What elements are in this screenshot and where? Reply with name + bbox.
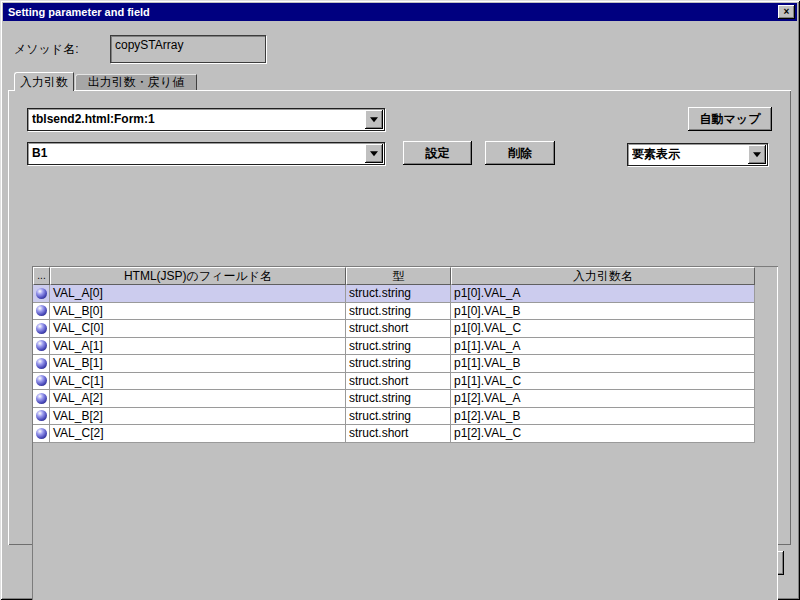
table-row[interactable]: VAL_B[2] struct.string p1[2].VAL_B xyxy=(33,408,755,426)
parameter-sphere-icon xyxy=(36,393,47,404)
cell-arg-name: p1[1].VAL_A xyxy=(451,338,755,355)
row-icon-cell xyxy=(33,390,50,407)
display-mode-combo-value: 要素表示 xyxy=(632,144,745,165)
parameter-sphere-icon xyxy=(36,288,47,299)
cell-arg-name: p1[2].VAL_C xyxy=(451,425,755,442)
display-mode-combo[interactable]: 要素表示 xyxy=(627,143,768,166)
close-icon: × xyxy=(784,6,790,17)
dialog-window: Setting parameter and field × メソッド名: cop… xyxy=(0,0,800,600)
window-title: Setting parameter and field xyxy=(8,6,150,18)
cell-field-name: VAL_B[1] xyxy=(50,355,346,372)
cell-field-name: VAL_C[0] xyxy=(50,320,346,337)
field-combo[interactable]: B1 xyxy=(27,142,385,165)
table-row[interactable]: VAL_C[2] struct.short p1[2].VAL_C xyxy=(33,425,755,443)
parameter-sphere-icon xyxy=(36,323,47,334)
parameter-sphere-icon xyxy=(36,375,47,386)
cell-type: struct.short xyxy=(346,425,451,442)
mapping-table: ... HTML(JSP)のフィールド名 型 入力引数名 VAL_A[0] st… xyxy=(33,267,755,443)
cell-field-name: VAL_B[0] xyxy=(50,303,346,320)
parameter-sphere-icon xyxy=(36,358,47,369)
cell-type: struct.string xyxy=(346,355,451,372)
table-header-row: ... HTML(JSP)のフィールド名 型 入力引数名 xyxy=(33,267,755,285)
form-combo-value: tblsend2.html:Form:1 xyxy=(32,109,362,130)
parameter-sphere-icon xyxy=(36,410,47,421)
auto-map-button[interactable]: 自動マップ xyxy=(688,107,772,131)
cell-field-name: VAL_A[1] xyxy=(50,338,346,355)
input-args-tab-panel: tblsend2.html:Form:1 自動マップ B1 設定 削除 要素表示 xyxy=(8,90,791,545)
cell-arg-name: p1[1].VAL_B xyxy=(451,355,755,372)
tab-output-args[interactable]: 出力引数・戻り値 xyxy=(75,74,197,90)
method-name-field[interactable]: copySTArray xyxy=(110,35,266,63)
parameter-sphere-icon xyxy=(36,305,47,316)
table-row[interactable]: VAL_A[2] struct.string p1[2].VAL_A xyxy=(33,390,755,408)
table-row[interactable]: VAL_A[1] struct.string p1[1].VAL_A xyxy=(33,338,755,356)
cell-type: struct.short xyxy=(346,373,451,390)
title-bar: Setting parameter and field × xyxy=(3,3,797,21)
cell-field-name: VAL_C[2] xyxy=(50,425,346,442)
close-button[interactable]: × xyxy=(778,5,795,19)
row-icon-cell xyxy=(33,338,50,355)
delete-button[interactable]: 削除 xyxy=(485,141,555,165)
table-row[interactable]: VAL_A[0] struct.string p1[0].VAL_A xyxy=(33,285,755,303)
cell-type: struct.string xyxy=(346,338,451,355)
parameter-sphere-icon xyxy=(36,428,47,439)
cell-arg-name: p1[2].VAL_A xyxy=(451,390,755,407)
column-header-arg-name: 入力引数名 xyxy=(451,267,755,285)
cell-field-name: VAL_B[2] xyxy=(50,408,346,425)
field-combo-value: B1 xyxy=(32,143,362,164)
cell-field-name: VAL_C[1] xyxy=(50,373,346,390)
table-row[interactable]: VAL_B[1] struct.string p1[1].VAL_B xyxy=(33,355,755,373)
form-combo-arrow-button[interactable] xyxy=(365,110,383,129)
row-icon-cell xyxy=(33,373,50,390)
cell-arg-name: p1[2].VAL_B xyxy=(451,408,755,425)
set-button[interactable]: 設定 xyxy=(403,141,472,165)
row-icon-cell xyxy=(33,425,50,442)
table-body: VAL_A[0] struct.string p1[0].VAL_A VAL_B… xyxy=(33,285,755,443)
row-icon-cell xyxy=(33,408,50,425)
form-combo[interactable]: tblsend2.html:Form:1 xyxy=(27,108,385,131)
cell-field-name: VAL_A[0] xyxy=(50,285,346,302)
cell-arg-name: p1[0].VAL_B xyxy=(451,303,755,320)
cell-field-name: VAL_A[2] xyxy=(50,390,346,407)
cell-type: struct.string xyxy=(346,390,451,407)
column-header-icon: ... xyxy=(33,267,50,285)
cell-arg-name: p1[0].VAL_C xyxy=(451,320,755,337)
row-icon-cell xyxy=(33,355,50,372)
display-mode-combo-arrow-button[interactable] xyxy=(748,145,766,164)
cell-type: struct.string xyxy=(346,303,451,320)
column-header-field-name: HTML(JSP)のフィールド名 xyxy=(50,267,346,285)
cell-arg-name: p1[0].VAL_A xyxy=(451,285,755,302)
cell-type: struct.string xyxy=(346,408,451,425)
mapping-table-scrollpane: ... HTML(JSP)のフィールド名 型 入力引数名 VAL_A[0] st… xyxy=(32,266,778,600)
chevron-down-icon xyxy=(370,151,378,156)
cell-type: struct.string xyxy=(346,285,451,302)
method-name-label: メソッド名: xyxy=(14,41,78,58)
chevron-down-icon xyxy=(370,117,378,122)
parameter-sphere-icon xyxy=(36,340,47,351)
cell-type: struct.short xyxy=(346,320,451,337)
cell-arg-name: p1[1].VAL_C xyxy=(451,373,755,390)
row-icon-cell xyxy=(33,320,50,337)
tab-input-args[interactable]: 入力引数 xyxy=(14,72,74,91)
row-icon-cell xyxy=(33,303,50,320)
column-header-type: 型 xyxy=(346,267,451,285)
table-row[interactable]: VAL_B[0] struct.string p1[0].VAL_B xyxy=(33,303,755,321)
field-combo-arrow-button[interactable] xyxy=(365,144,383,163)
table-row[interactable]: VAL_C[0] struct.short p1[0].VAL_C xyxy=(33,320,755,338)
chevron-down-icon xyxy=(753,152,761,157)
row-icon-cell xyxy=(33,285,50,302)
table-row[interactable]: VAL_C[1] struct.short p1[1].VAL_C xyxy=(33,373,755,391)
